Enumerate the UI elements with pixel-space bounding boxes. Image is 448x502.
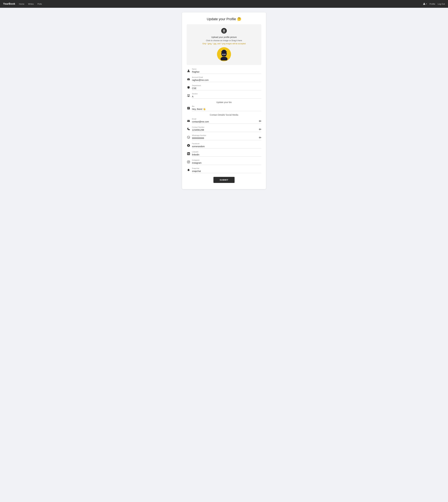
- account-email-field-row: Account Email: [187, 76, 261, 82]
- bio-field-wrap: Bio: [192, 105, 261, 111]
- svg-rect-2: [223, 32, 225, 32]
- instagram-input[interactable]: [192, 159, 261, 165]
- svg-rect-21: [188, 107, 189, 108]
- contact-email-label: Email: [192, 118, 196, 120]
- avatar-container: [190, 47, 258, 61]
- svg-rect-45: [187, 161, 190, 163]
- svg-point-15: [188, 70, 189, 71]
- group-icon: [187, 94, 191, 98]
- linkedin-icon: [187, 152, 191, 156]
- svg-rect-40: [261, 137, 261, 138]
- snapchat-field-row: Snapchat: [187, 167, 261, 173]
- svg-point-47: [189, 161, 190, 162]
- svg-rect-28: [260, 120, 261, 122]
- facebook-label: Facebook: [192, 143, 199, 145]
- contact-section-label: Contact Details/ Social Media: [187, 114, 261, 116]
- submit-button[interactable]: SUBMIT: [213, 177, 235, 183]
- card-title: Update your Profile 🤔: [187, 17, 261, 21]
- bio-icon: [187, 106, 191, 110]
- facebook-input[interactable]: [192, 143, 261, 148]
- svg-rect-36: [259, 137, 259, 138]
- upload-subtitle: Click to choose an image or Drag it here: [190, 39, 258, 42]
- phone-field-row: Contact Number: [187, 126, 261, 132]
- nav-left: YearBook Home Writes Polls: [3, 2, 42, 5]
- nav-right: ▾ Profile Log Out: [423, 3, 445, 5]
- svg-point-18: [187, 94, 188, 95]
- svg-rect-26: [259, 120, 260, 122]
- svg-rect-22: [188, 108, 189, 108]
- svg-rect-27: [260, 121, 260, 122]
- account-email-field-wrap: Account Email: [192, 76, 261, 82]
- phone-icon: [187, 127, 191, 131]
- department-field-row: Department: [187, 85, 261, 90]
- section-field-wrap: Section: [192, 93, 261, 99]
- avatar-ninja: [218, 48, 230, 61]
- instagram-field-row: Instagram: [187, 159, 261, 165]
- svg-rect-24: [187, 120, 190, 122]
- snapchat-label: Snapchat: [192, 167, 199, 169]
- profile-card: Update your Profile 🤔 Upload your profil…: [182, 13, 266, 189]
- upload-area[interactable]: Upload your profile picture Click to cho…: [187, 24, 261, 65]
- phone-visibility-icon[interactable]: [259, 128, 261, 131]
- svg-rect-39: [260, 137, 261, 138]
- svg-rect-38: [260, 137, 260, 138]
- instagram-field-wrap: Instagram: [192, 159, 261, 165]
- name-input[interactable]: [192, 68, 261, 74]
- svg-point-9: [223, 54, 223, 55]
- svg-rect-34: [261, 129, 261, 130]
- nav-home[interactable]: Home: [19, 3, 24, 5]
- whatsapp-field-row: Whatsapp Number: [187, 135, 261, 140]
- instagram-label: Instagram: [192, 159, 200, 161]
- department-input[interactable]: [192, 85, 261, 90]
- page-wrapper: Update your Profile 🤔 Upload your profil…: [0, 8, 448, 194]
- user-icon: [423, 3, 425, 5]
- section-field-row: Section: [187, 93, 261, 99]
- whatsapp-label: Whatsapp Number: [192, 135, 206, 136]
- svg-point-44: [188, 153, 188, 153]
- linkedin-field-row: LinkedIn: [187, 151, 261, 157]
- name-field-wrap: Name: [192, 68, 261, 74]
- whatsapp-visibility-icon[interactable]: [259, 136, 261, 139]
- bio-label: Bio: [192, 105, 194, 107]
- linkedin-input[interactable]: [192, 151, 261, 157]
- svg-rect-37: [259, 137, 260, 138]
- upload-note: Only *.jpeg, *.jpg, and *.png images wil…: [190, 43, 258, 45]
- instagram-icon: [187, 160, 191, 164]
- phone-field-wrap: Contact Number: [192, 126, 261, 132]
- nav-writes[interactable]: Writes: [28, 3, 34, 5]
- svg-rect-12: [222, 55, 226, 56]
- linkedin-label: LinkedIn: [192, 151, 198, 153]
- department-label: Department: [192, 85, 201, 86]
- svg-point-14: [222, 50, 226, 52]
- submit-wrap: SUBMIT: [187, 177, 261, 183]
- person-icon: [187, 69, 191, 73]
- contact-email-field-row: Email: [187, 118, 261, 124]
- upload-cloud-icon: [190, 28, 258, 35]
- svg-rect-23: [188, 109, 189, 109]
- section-label: Section: [192, 93, 198, 95]
- nav-profile-dropdown-arrow: ▾: [426, 3, 427, 5]
- nav-logout-link[interactable]: Log Out: [438, 3, 445, 5]
- svg-rect-33: [260, 129, 261, 130]
- svg-point-35: [187, 136, 190, 138]
- bio-section-label: Update your bio: [187, 101, 261, 104]
- svg-point-19: [189, 94, 190, 95]
- snapchat-field-wrap: Snapchat: [192, 167, 261, 173]
- contact-email-input[interactable]: [192, 118, 261, 124]
- svg-rect-31: [259, 128, 260, 130]
- nav-profile-link[interactable]: Profile: [430, 3, 435, 5]
- nav-polls[interactable]: Polls: [37, 3, 42, 5]
- bio-input[interactable]: [192, 105, 261, 111]
- contact-email-field-wrap: Email: [192, 118, 261, 124]
- svg-point-46: [188, 162, 189, 163]
- name-field-row: Name: [187, 68, 261, 74]
- contact-envelope-icon: [187, 119, 191, 123]
- section-input[interactable]: [192, 93, 261, 99]
- facebook-field-row: Facebook: [187, 143, 261, 148]
- email-visibility-icon[interactable]: [259, 120, 261, 123]
- nav-profile-icon-button[interactable]: ▾: [423, 3, 427, 5]
- snapchat-input[interactable]: [192, 167, 261, 173]
- facebook-icon: [187, 144, 191, 148]
- bio-field-row: Bio: [187, 105, 261, 111]
- avatar-circle: [217, 47, 231, 61]
